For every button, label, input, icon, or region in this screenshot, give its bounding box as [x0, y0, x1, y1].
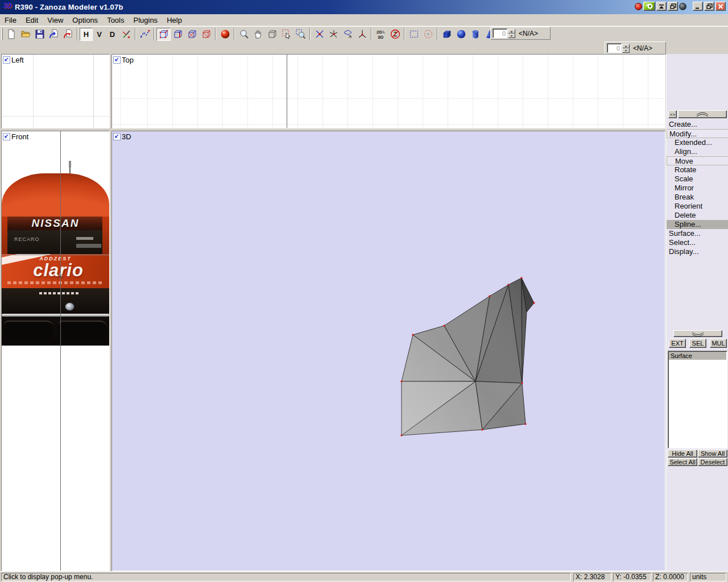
command-break[interactable]: Break: [667, 193, 728, 202]
command-reorient[interactable]: Reorient: [667, 202, 728, 211]
sub-spinner-arrows: ▲ ▼: [622, 44, 630, 53]
car-roof: [2, 173, 109, 218]
toggle-h-button[interactable]: H: [80, 28, 93, 41]
menu-edit[interactable]: Edit: [21, 15, 43, 26]
zbuffer-off-icon[interactable]: Z: [388, 28, 402, 41]
view-cube-icon[interactable]: [265, 28, 279, 41]
toggle-d-button[interactable]: D: [106, 28, 119, 41]
toggle-v-button[interactable]: V: [93, 28, 106, 41]
command-mirror[interactable]: Mirror: [667, 184, 728, 193]
list-item-surface[interactable]: Surface: [669, 352, 726, 360]
show-all-button[interactable]: Show All: [698, 450, 727, 458]
menu-options[interactable]: Options: [68, 15, 102, 26]
select-faces-icon[interactable]: [185, 28, 199, 41]
selection-mode-row: EXT SEL MUL: [669, 339, 727, 348]
export-icon[interactable]: [61, 28, 75, 41]
viewport-maximize-icon[interactable]: [3, 56, 10, 64]
menu-file[interactable]: File: [0, 15, 21, 26]
command-spline[interactable]: Spline...: [667, 220, 728, 229]
rollup-button[interactable]: [656, 2, 667, 11]
menu-help[interactable]: Help: [162, 15, 187, 26]
viewport-front[interactable]: NISSAN RECARO ADDZEST clario: [1, 131, 110, 571]
viewport-maximize-icon[interactable]: [113, 56, 121, 64]
command-align[interactable]: Align...: [667, 147, 728, 156]
toolbar-grip[interactable]: [1, 28, 3, 40]
spinner-up-button[interactable]: ▲: [508, 29, 515, 34]
spline-draw-icon[interactable]: [138, 28, 152, 41]
ext-mode-button[interactable]: EXT: [669, 339, 686, 348]
primitive-cylinder-icon[interactable]: [468, 28, 482, 41]
viewport-left[interactable]: Left: [1, 54, 110, 128]
command-modify[interactable]: Modify...: [667, 129, 728, 138]
origin-cross-marker: [56, 272, 64, 280]
command-move[interactable]: Move: [667, 156, 728, 165]
status-units: units: [690, 573, 726, 581]
weld-vertices-icon[interactable]: [312, 28, 326, 41]
axis-xyz-icon[interactable]: [119, 28, 133, 41]
detach-faces-icon[interactable]: [341, 28, 355, 41]
open-folder-icon[interactable]: [18, 28, 32, 41]
select-objects-icon[interactable]: [199, 28, 213, 41]
viewport-maximize-icon[interactable]: [3, 133, 10, 140]
zoom-region-icon[interactable]: [293, 28, 308, 41]
dark-indicator-icon[interactable]: [679, 3, 686, 10]
deselect-button[interactable]: Deselect: [698, 458, 727, 466]
close-button[interactable]: [715, 2, 726, 11]
viewport-maximize-icon[interactable]: [113, 133, 121, 140]
viewport-top-label: Top: [113, 56, 134, 64]
mul-mode-button[interactable]: MUL: [710, 339, 727, 348]
command-rotate[interactable]: Rotate: [667, 165, 728, 174]
convert-2d3d-icon[interactable]: 2D3D: [374, 28, 388, 41]
axis-line: [60, 131, 61, 571]
command-create[interactable]: Create...: [667, 120, 728, 129]
command-surface[interactable]: Surface...: [667, 229, 728, 238]
viewport-top[interactable]: Top: [111, 54, 665, 128]
rect-select-icon[interactable]: [407, 28, 421, 41]
command-delete[interactable]: Delete: [667, 211, 728, 220]
panel-scroll-up-button[interactable]: [678, 110, 727, 118]
reference-photo-nissan-r390: NISSAN RECARO ADDZEST clario: [2, 160, 109, 346]
command-scale[interactable]: Scale: [667, 174, 728, 184]
new-file-icon[interactable]: [4, 28, 18, 41]
hide-all-button[interactable]: Hide All: [668, 450, 697, 458]
select-all-button[interactable]: Select All: [668, 458, 697, 466]
restore-alt-button[interactable]: [668, 2, 678, 11]
select-vertices-icon[interactable]: [156, 28, 171, 41]
circle-select-icon[interactable]: [421, 28, 435, 41]
pan-hand-icon[interactable]: [251, 28, 265, 41]
toolbar-separator: [135, 28, 136, 40]
primitive-box-icon[interactable]: [440, 28, 454, 41]
primitive-sphere-icon[interactable]: [454, 28, 468, 41]
objects-listbox[interactable]: Surface: [668, 351, 727, 448]
import-icon[interactable]: [47, 28, 61, 41]
command-select[interactable]: Select...: [667, 238, 728, 247]
menu-view[interactable]: View: [43, 15, 68, 26]
car-cockpit: RECARO: [2, 230, 109, 254]
select-region-icon[interactable]: [279, 28, 293, 41]
material-sphere-icon[interactable]: [218, 28, 232, 41]
panel-collapse-button[interactable]: <>: [668, 110, 677, 118]
select-edges-icon[interactable]: [171, 28, 185, 41]
maximize-button[interactable]: [704, 2, 714, 11]
save-icon[interactable]: [32, 28, 47, 41]
sel-mode-button[interactable]: SEL: [689, 339, 706, 348]
svg-text:3D: 3D: [378, 35, 383, 40]
titlebar[interactable]: 3D 3D R390 - Zanoza Modeler v1.07b: [0, 0, 728, 14]
spinner-value-field[interactable]: 0: [493, 28, 507, 38]
burst-vertices-icon[interactable]: [326, 28, 341, 41]
nvidia-tray-icon[interactable]: [643, 2, 655, 11]
sub-spinner-down-button[interactable]: ▼: [622, 48, 630, 53]
sub-spinner-up-button[interactable]: ▲: [622, 44, 630, 48]
command-display[interactable]: Display...: [667, 247, 728, 256]
pivot-axis-icon[interactable]: [355, 28, 369, 41]
sub-spinner-value-field[interactable]: 0: [607, 43, 622, 53]
zoom-icon[interactable]: [237, 28, 251, 41]
minimize-button[interactable]: [693, 2, 703, 11]
menu-tools[interactable]: Tools: [102, 15, 129, 26]
viewport-3d[interactable]: 3D: [111, 131, 665, 571]
red-indicator-icon[interactable]: [635, 3, 642, 10]
spinner-down-button[interactable]: ▼: [508, 34, 515, 38]
command-extended[interactable]: Extended...: [667, 138, 728, 147]
panel-scroll-down-button[interactable]: [673, 330, 722, 337]
menu-plugins[interactable]: Plugins: [129, 15, 162, 26]
